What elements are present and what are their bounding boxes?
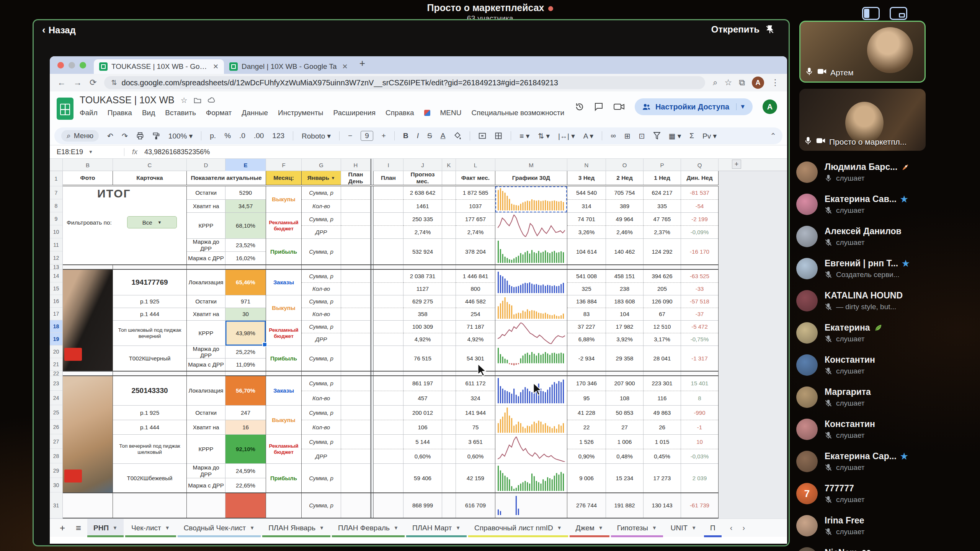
- sheet-tab-8[interactable]: Гипотезы▼: [611, 519, 663, 537]
- row-header-27[interactable]: 27: [50, 434, 62, 449]
- col-header-J[interactable]: J: [403, 159, 442, 171]
- address-bar[interactable]: ⇅ docs.google.com/spreadsheets/d/12wDcFU…: [104, 76, 705, 89]
- name-box[interactable]: E18:E19▼: [50, 148, 115, 156]
- menu-6[interactable]: Инструменты: [278, 109, 323, 117]
- col-header-O[interactable]: O: [606, 159, 644, 171]
- col-header-D[interactable]: D: [187, 159, 225, 171]
- menu-8[interactable]: Справка: [385, 109, 414, 117]
- participant-row[interactable]: KATALINA HOUND — dirty style, but...: [796, 285, 980, 317]
- filter-views-button[interactable]: ▦ ▾: [669, 132, 681, 140]
- row-header-22[interactable]: 22: [50, 371, 62, 376]
- minimize-window-button[interactable]: [69, 62, 75, 68]
- print-icon[interactable]: [136, 132, 144, 140]
- more-formats-button[interactable]: 123: [272, 132, 284, 140]
- participant-row[interactable]: Алексей Данилов слушает: [796, 220, 980, 253]
- row-header-7[interactable]: 7: [50, 186, 62, 199]
- format-currency-button[interactable]: р.: [210, 132, 216, 140]
- comments-icon[interactable]: [594, 102, 603, 111]
- zoom-select[interactable]: 100% ▾: [168, 132, 193, 140]
- vertical-align-button[interactable]: ⇅ ▾: [538, 132, 550, 140]
- increase-decimals-button[interactable]: .00: [254, 132, 264, 140]
- formula-value[interactable]: 43,9826168352356%: [144, 148, 210, 156]
- row-header-11[interactable]: 11: [50, 238, 62, 251]
- row-header-1[interactable]: 1: [50, 171, 62, 186]
- row-header-13[interactable]: 13: [50, 264, 62, 270]
- italic-button[interactable]: I: [417, 132, 419, 140]
- row-header-29[interactable]: 29: [50, 463, 62, 478]
- insert-comment-button[interactable]: ⊞: [624, 132, 630, 140]
- col-header-K[interactable]: K: [442, 159, 456, 171]
- fill-color-icon[interactable]: [454, 132, 461, 140]
- strikethrough-button[interactable]: S: [427, 132, 432, 140]
- participant-row[interactable]: Константин слушает: [796, 413, 980, 445]
- row-header-26[interactable]: 26: [50, 420, 62, 434]
- bold-button[interactable]: B: [403, 132, 408, 140]
- menu-10[interactable]: Специальные возможности: [471, 109, 564, 117]
- menu-2[interactable]: Вид: [142, 109, 155, 117]
- col-header-C[interactable]: C: [113, 159, 187, 171]
- collapse-toolbar-icon[interactable]: ⌃: [770, 131, 776, 140]
- row-header-10[interactable]: 10: [50, 225, 62, 238]
- row-header-20[interactable]: 20: [50, 346, 62, 358]
- row-header-17[interactable]: 17: [50, 308, 62, 320]
- extensions-icon[interactable]: ⧉: [739, 78, 745, 88]
- increase-font-button[interactable]: +: [382, 132, 386, 140]
- insert-link-button[interactable]: ∞: [611, 132, 616, 140]
- text-color-button[interactable]: A: [441, 132, 446, 140]
- browser-menu-icon[interactable]: ⋮: [771, 78, 779, 88]
- sheet-tab-6[interactable]: Справочный лист nmID▼: [468, 519, 568, 537]
- col-header-M[interactable]: M: [495, 159, 567, 171]
- sheet-tab-0[interactable]: РНП▼: [87, 519, 124, 537]
- sheet-tab-4[interactable]: ПЛАН Февраль▼: [332, 519, 405, 537]
- search-icon[interactable]: ⌕: [713, 78, 717, 88]
- row-header-8[interactable]: 8: [50, 199, 62, 212]
- row-header-14[interactable]: 14: [50, 270, 62, 282]
- undo-icon[interactable]: ↶: [107, 132, 113, 140]
- participant-row[interactable]: Маргарита слушает: [796, 381, 980, 413]
- month-dropdown[interactable]: Январь ▼: [302, 171, 341, 185]
- menu-7[interactable]: Расширения: [333, 109, 376, 117]
- row-header-21[interactable]: 21: [50, 358, 62, 371]
- insert-chart-button[interactable]: ⊡: [639, 132, 645, 140]
- tabs-scroll-right-icon[interactable]: ›: [742, 523, 745, 532]
- merge-cells-icon[interactable]: [479, 132, 486, 140]
- sheet-tab-10[interactable]: П: [704, 519, 722, 537]
- col-header-P[interactable]: P: [644, 159, 681, 171]
- borders-icon[interactable]: [495, 132, 502, 140]
- col-header-I[interactable]: I: [374, 159, 403, 171]
- format-percent-button[interactable]: %: [224, 132, 231, 140]
- row-header-23[interactable]: 23: [50, 376, 62, 391]
- meet-camera-icon[interactable]: [613, 102, 625, 111]
- participant-row[interactable]: Константин слушает: [796, 349, 980, 381]
- toolbar-menus-button[interactable]: ⌕Меню: [61, 130, 99, 142]
- row-header-28[interactable]: 28: [50, 449, 62, 463]
- reload-icon[interactable]: ⟳: [90, 78, 96, 88]
- col-header-G[interactable]: G: [302, 159, 341, 171]
- col-header-L[interactable]: L: [456, 159, 495, 171]
- pv-button[interactable]: Pv ▾: [702, 132, 717, 140]
- participant-row[interactable]: Irina Free слушает: [796, 510, 980, 542]
- site-info-icon[interactable]: ⇅: [111, 78, 117, 87]
- close-window-button[interactable]: [57, 62, 64, 68]
- col-header-B[interactable]: B: [63, 159, 113, 171]
- menu-1[interactable]: Правка: [108, 109, 132, 117]
- participant-row[interactable]: Екатерина Сар...★ слушает: [796, 445, 980, 478]
- sheet-tab-1[interactable]: Чек-лист▼: [125, 519, 176, 537]
- participant-row[interactable]: Людмила Барс... слушает: [796, 156, 980, 188]
- spreadsheet-grid[interactable]: + BCDEFGHIJKLMNOPQ 178910111213141516171…: [50, 159, 787, 518]
- row-header-25[interactable]: 25: [50, 405, 62, 420]
- participant-row[interactable]: Екатерина Сав...★ слушает: [796, 188, 980, 220]
- col-header-E[interactable]: E: [225, 159, 266, 171]
- horizontal-align-button[interactable]: ≡ ▾: [519, 132, 529, 140]
- add-sheet-button[interactable]: +: [55, 523, 70, 533]
- col-header-F[interactable]: F: [266, 159, 302, 171]
- row-header-16[interactable]: 16: [50, 295, 62, 308]
- menu-4[interactable]: Формат: [206, 109, 232, 117]
- row-header-24[interactable]: 24: [50, 391, 62, 405]
- video-tile[interactable]: Просто о маркетпл...: [799, 89, 926, 151]
- grid-cell[interactable]: 43,98%: [225, 320, 266, 346]
- forward-nav-icon[interactable]: →: [74, 78, 82, 88]
- row-header-30[interactable]: 30: [50, 478, 62, 492]
- participant-row[interactable]: Екатерина слушает: [796, 317, 980, 349]
- add-button[interactable]: +: [732, 160, 741, 169]
